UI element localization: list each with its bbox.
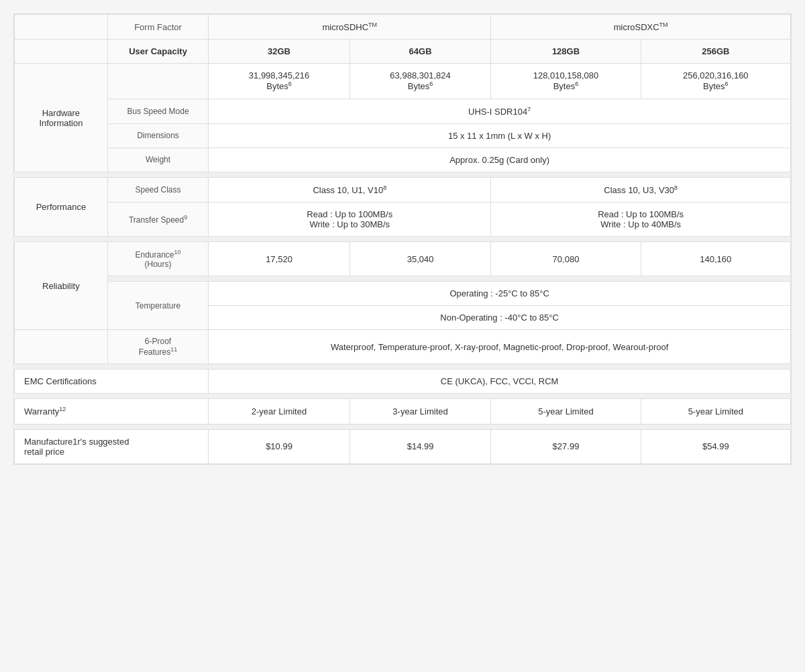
transfer-speed-row: Transfer Speed9 Read : Up to 100MB/s Wri…	[15, 203, 791, 237]
user-capacity-bytes-row: HardwareInformation 31,998,345,216Bytes6…	[15, 64, 791, 99]
capacity-col4: 256,020,316,160Bytes6	[641, 64, 790, 99]
speed-class-label: Speed Class	[107, 177, 208, 202]
col4-header: 256GB	[641, 40, 790, 64]
emc-row: EMC Certifications CE (UKCA), FCC, VCCI,…	[15, 370, 791, 394]
hardware-section-label: HardwareInformation	[15, 64, 108, 172]
endurance-col3: 70,080	[491, 242, 641, 276]
divider-2	[15, 237, 791, 242]
col1-header: 32GB	[209, 40, 350, 64]
price-col1: $10.99	[209, 429, 350, 463]
transfer-speed-label: Transfer Speed9	[107, 203, 208, 237]
dimensions-row: Dimensions 15 x 11 x 1mm (L x W x H)	[15, 123, 791, 148]
reliability-section-label-2	[15, 330, 108, 364]
spec-table-container: Form Factor microSDHCTM microSDXCTM User…	[13, 13, 792, 465]
weight-label: Weight	[107, 148, 208, 172]
endurance-col4: 140,160	[641, 242, 790, 276]
bus-speed-row: Bus Speed Mode UHS-I SDR1047	[15, 99, 791, 123]
warranty-col4: 5-year Limited	[641, 399, 790, 424]
emc-value: CE (UKCA), FCC, VCCI, RCM	[209, 370, 791, 394]
speed-class-right: Class 10, U3, V308	[491, 177, 791, 202]
endurance-col1: 17,520	[209, 242, 350, 276]
capacity-col2: 63,988,301,824Bytes6	[350, 64, 491, 99]
bus-speed-label: Bus Speed Mode	[107, 99, 208, 123]
capacity-col1: 31,998,345,216Bytes6	[209, 64, 350, 99]
col3-header: 128GB	[491, 40, 641, 64]
form-factor-label: Form Factor	[107, 15, 208, 40]
temp-operating-value: Operating : -25°C to 85°C	[209, 282, 791, 306]
user-capacity-header: User Capacity	[107, 40, 208, 64]
warranty-col1: 2-year Limited	[209, 399, 350, 424]
weight-value: Approx. 0.25g (Card only)	[209, 148, 791, 172]
transfer-speed-left: Read : Up to 100MB/s Write : Up to 30MB/…	[209, 203, 491, 237]
warranty-col2: 3-year Limited	[350, 399, 491, 424]
endurance-label: Endurance10 (Hours)	[107, 242, 208, 276]
microsdxc-label: microSDXCTM	[491, 15, 791, 40]
endurance-row: Reliability Endurance10 (Hours) 17,520 3…	[15, 242, 791, 276]
form-factor-row: Form Factor microSDHCTM microSDXCTM	[15, 15, 791, 40]
user-capacity-row-label	[107, 64, 208, 99]
divider-1	[15, 172, 791, 177]
endurance-col2: 35,040	[350, 242, 491, 276]
divider-6	[15, 424, 791, 429]
price-row: Manufacture1r's suggestedretail price $1…	[15, 429, 791, 463]
divider-4	[15, 364, 791, 370]
sixproof-label: 6-ProofFeatures11	[107, 330, 208, 364]
col2-header: 64GB	[350, 40, 491, 64]
reliability-section-label: Reliability	[15, 242, 108, 330]
sixproof-row: 6-ProofFeatures11 Waterproof, Temperatur…	[15, 330, 791, 364]
warranty-row: Warranty12 2-year Limited 3-year Limited…	[15, 399, 791, 424]
weight-row: Weight Approx. 0.25g (Card only)	[15, 148, 791, 172]
sixproof-value: Waterproof, Temperature-proof, X-ray-pro…	[209, 330, 791, 364]
speed-class-row: Performance Speed Class Class 10, U1, V1…	[15, 177, 791, 202]
warranty-label: Warranty12	[15, 399, 209, 424]
transfer-speed-right: Read : Up to 100MB/s Write : Up to 40MB/…	[491, 203, 791, 237]
warranty-col3: 5-year Limited	[491, 399, 641, 424]
capacity-size-row: User Capacity 32GB 64GB 128GB 256GB	[15, 40, 791, 64]
temperature-label: Temperature	[107, 282, 208, 330]
speed-class-left: Class 10, U1, V108	[209, 177, 491, 202]
temp-operating-row: Temperature Operating : -25°C to 85°C	[15, 282, 791, 306]
temp-nonoperating-value: Non-Operating : -40°C to 85°C	[209, 306, 791, 330]
emc-label: EMC Certifications	[15, 370, 209, 394]
price-label: Manufacture1r's suggestedretail price	[15, 429, 209, 463]
price-col3: $27.99	[491, 429, 641, 463]
price-col4: $54.99	[641, 429, 790, 463]
microsdhc-label: microSDHCTM	[209, 15, 491, 40]
divider-5	[15, 394, 791, 399]
dimensions-label: Dimensions	[107, 123, 208, 148]
performance-section-label: Performance	[15, 177, 108, 236]
capacity-col3: 128,010,158,080Bytes6	[491, 64, 641, 99]
bus-speed-value: UHS-I SDR1047	[209, 99, 791, 123]
divider-3	[15, 276, 791, 282]
price-col2: $14.99	[350, 429, 491, 463]
dimensions-value: 15 x 11 x 1mm (L x W x H)	[209, 123, 791, 148]
